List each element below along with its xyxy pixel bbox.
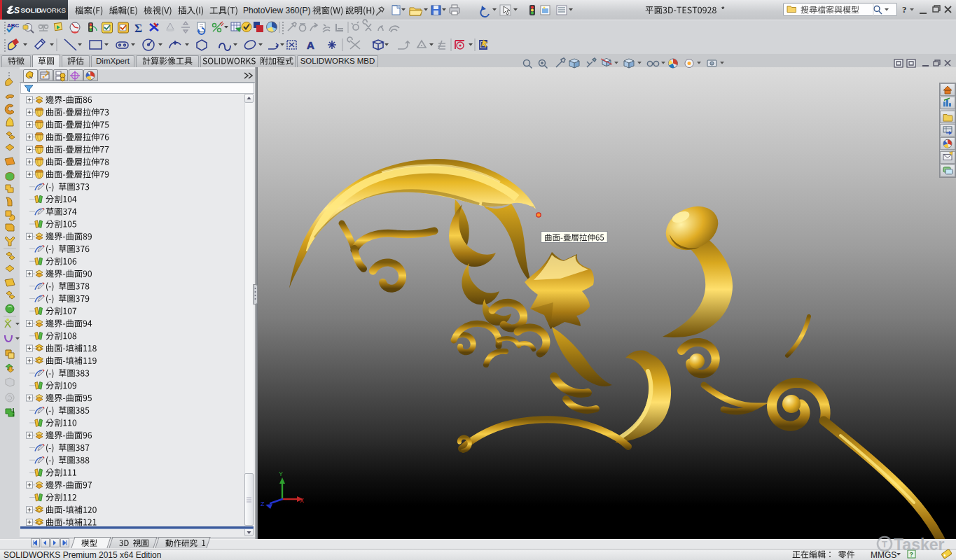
svg-text:SOLID: SOLID xyxy=(21,6,42,14)
svg-text:Σ: Σ xyxy=(134,22,142,35)
svg-text:S: S xyxy=(14,6,20,15)
svg-text:X: X xyxy=(300,497,304,504)
svg-text:Y: Y xyxy=(279,470,283,477)
svg-text:WORKS: WORKS xyxy=(40,6,66,14)
svg-text:Tasker: Tasker xyxy=(894,536,945,554)
svg-text:T: T xyxy=(882,539,887,550)
svg-text:Z: Z xyxy=(261,500,265,507)
svg-text:A: A xyxy=(307,39,314,51)
